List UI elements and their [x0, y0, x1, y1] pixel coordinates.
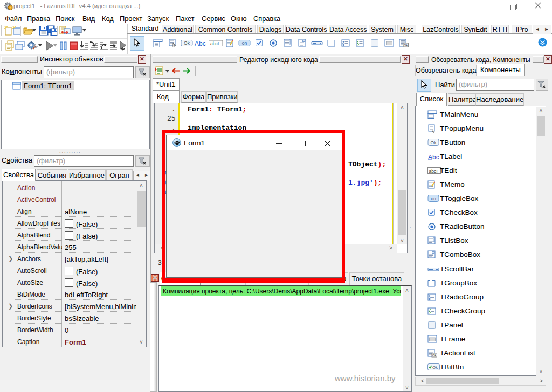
svg-text:Ok: Ok	[404, 44, 409, 47]
svg-text:on: on	[242, 40, 247, 46]
svg-text:Ok: Ok	[431, 140, 437, 145]
svg-text:Ok: Ok	[432, 354, 437, 357]
svg-text:abcI: abcI	[210, 41, 219, 46]
svg-text:Ok: Ok	[432, 365, 438, 370]
svg-text:Ok: Ok	[184, 40, 190, 46]
svg-text:on: on	[431, 196, 436, 201]
svg-text:abcI: abcI	[429, 169, 438, 174]
